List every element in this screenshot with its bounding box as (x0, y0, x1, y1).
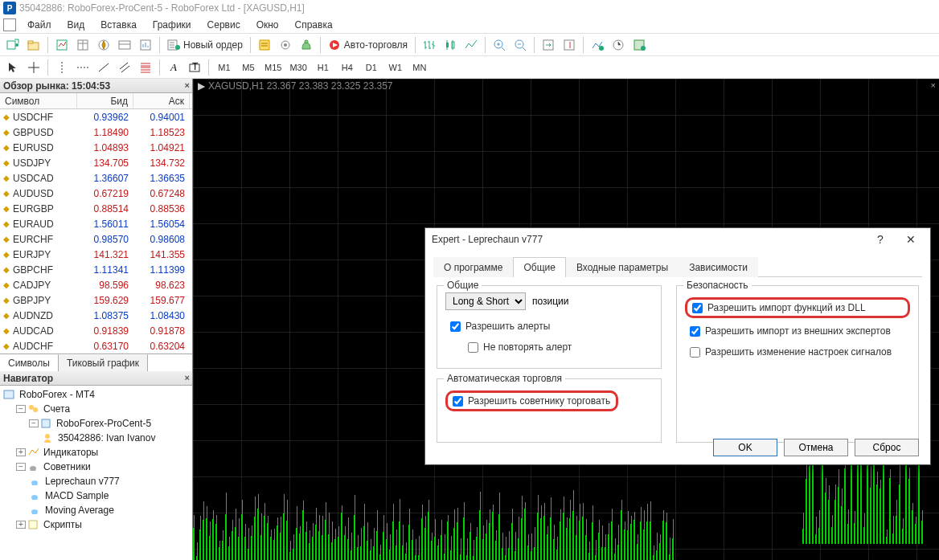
indicators-list-button[interactable] (588, 36, 607, 54)
timeframe-mn[interactable]: MN (408, 59, 431, 76)
zoom-in-button[interactable] (490, 36, 509, 54)
reset-button[interactable]: Сброс (855, 439, 919, 456)
templates-button[interactable] (629, 36, 649, 54)
tab-about[interactable]: О программе (433, 257, 513, 277)
market-watch-row[interactable]: ◆CADJPY98.59698.623 (0, 277, 192, 292)
bar-chart-button[interactable] (420, 36, 439, 54)
cancel-button[interactable]: Отмена (784, 439, 848, 456)
auto-scroll-button[interactable] (539, 36, 558, 54)
dialog-help-icon[interactable]: ? (867, 233, 893, 246)
market-watch-row[interactable]: ◆EURJPY141.321141.355 (0, 247, 192, 262)
periodicity-button[interactable] (609, 36, 628, 54)
menu-file[interactable]: Файл (19, 18, 59, 32)
tab-dependencies[interactable]: Зависимости (679, 257, 758, 277)
market-watch-row[interactable]: ◆USDCAD1.366071.36635 (0, 170, 192, 186)
market-watch-row[interactable]: ◆EURUSD1.048931.04921 (0, 140, 192, 155)
text-label-button[interactable]: T (185, 59, 204, 76)
mw-col-symbol[interactable]: Символ (0, 93, 77, 108)
vertical-line-button[interactable] (52, 59, 72, 76)
tab-inputs[interactable]: Входные параметры (566, 257, 679, 277)
zoom-out-button[interactable] (511, 36, 530, 54)
menu-view[interactable]: Вид (59, 18, 93, 32)
no-repeat-alert-checkbox[interactable]: Не повторять алерт (463, 339, 653, 355)
tab-symbols[interactable]: Символы (0, 354, 59, 371)
mw-col-bid[interactable]: Бид (77, 93, 133, 108)
horizontal-line-button[interactable] (73, 59, 92, 76)
dialog-close-icon[interactable]: ✕ (898, 233, 924, 246)
allow-alerts-checkbox[interactable]: Разрешить алерты (445, 318, 653, 334)
timeframe-w1[interactable]: W1 (384, 59, 407, 76)
allow-dll-import-checkbox[interactable]: Разрешить импорт функций из DLL (685, 297, 910, 318)
market-watch-close-icon[interactable]: × (185, 80, 190, 90)
timeframe-m15[interactable]: M15 (261, 59, 285, 76)
market-watch-row[interactable]: ◆GBPCHF1.113411.11399 (0, 262, 192, 277)
nav-ea-leprechaun[interactable]: Leprechaun v777 (3, 474, 189, 488)
ok-button[interactable]: OK (713, 439, 777, 456)
strategy-tester-button[interactable] (136, 36, 155, 54)
nav-experts[interactable]: −Советники (3, 460, 189, 474)
profiles-button[interactable] (24, 36, 43, 54)
collapse-icon[interactable]: − (29, 419, 39, 427)
positions-select[interactable]: Long & Short (445, 292, 526, 310)
text-button[interactable]: A (164, 59, 183, 76)
collapse-icon[interactable]: − (16, 405, 26, 413)
menu-help[interactable]: Справка (287, 18, 341, 32)
market-watch-row[interactable]: ◆EURCHF0.985700.98608 (0, 231, 192, 247)
timeframe-h4[interactable]: H4 (336, 59, 359, 76)
timeframe-m5[interactable]: M5 (237, 59, 260, 76)
collapse-icon[interactable]: − (16, 463, 26, 471)
market-watch-row[interactable]: ◆GBPJPY159.629159.677 (0, 292, 192, 308)
market-watch-row[interactable]: ◆AUDUSD0.672190.67248 (0, 186, 192, 201)
nav-ea-ma[interactable]: Moving Average (3, 503, 189, 517)
menu-insert[interactable]: Вставка (92, 18, 145, 32)
autotrading-button[interactable]: Авто-торговля (325, 36, 411, 54)
mw-col-ask[interactable]: Аск (133, 93, 190, 108)
market-watch-row[interactable]: ◆USDJPY134.705134.732 (0, 155, 192, 170)
nav-ea-macd[interactable]: MACD Sample (3, 488, 189, 503)
terminal-button[interactable] (115, 36, 134, 54)
timeframe-h1[interactable]: H1 (312, 59, 334, 76)
chart-shift-button[interactable] (560, 36, 579, 54)
navigator-close-icon[interactable]: × (185, 373, 190, 382)
nav-indicators[interactable]: +Индикаторы (3, 445, 189, 460)
tab-tick-chart[interactable]: Тиковый график (59, 354, 148, 371)
expert-advisors-button[interactable] (297, 36, 316, 54)
market-watch-button[interactable] (52, 36, 72, 54)
fibonacci-button[interactable] (136, 59, 155, 76)
chart-close-icon[interactable]: × (931, 80, 936, 90)
line-chart-button[interactable] (461, 36, 481, 54)
timeframe-d1[interactable]: D1 (360, 59, 383, 76)
allow-ea-trading-checkbox[interactable]: Разрешить советнику торговать (445, 390, 618, 411)
market-watch-row[interactable]: ◆EURAUD1.560111.56054 (0, 216, 192, 231)
expand-icon[interactable]: + (16, 521, 26, 529)
allow-signal-settings-checkbox[interactable]: Разрешить изменение настроек сигналов (685, 344, 910, 360)
market-watch-row[interactable]: ◆USDCHF0.939620.94001 (0, 109, 192, 125)
market-watch-row[interactable]: ◆AUDCHF0.631700.63204 (0, 338, 192, 354)
market-watch-row[interactable]: ◆AUDNZD1.083751.08430 (0, 308, 192, 323)
nav-server[interactable]: −RoboForex-ProCent-5 (3, 416, 189, 431)
timeframe-m30[interactable]: M30 (286, 59, 310, 76)
channel-button[interactable] (115, 59, 134, 76)
window-system-icon[interactable] (3, 18, 16, 31)
nav-accounts[interactable]: −Счета (3, 402, 189, 416)
market-watch-row[interactable]: ◆AUDCAD0.918390.91878 (0, 323, 192, 338)
crosshair-button[interactable] (24, 59, 43, 76)
nav-root[interactable]: RoboForex - MT4 (3, 387, 189, 402)
expand-icon[interactable]: + (16, 448, 26, 456)
new-chart-button[interactable] (3, 36, 23, 54)
menu-window[interactable]: Окно (248, 18, 287, 32)
new-order-button[interactable]: Новый ордер (164, 36, 246, 54)
market-watch-row[interactable]: ◆GBPUSD1.184901.18523 (0, 125, 192, 140)
allow-external-experts-checkbox[interactable]: Разрешить импорт из внешних экспертов (685, 323, 910, 339)
nav-scripts[interactable]: +Скрипты (3, 517, 189, 532)
options-button[interactable] (276, 36, 295, 54)
menu-tools[interactable]: Сервис (199, 18, 248, 32)
timeframe-m1[interactable]: M1 (213, 59, 236, 76)
cursor-button[interactable] (3, 59, 23, 76)
nav-account[interactable]: 35042886: Ivan Ivanov (3, 431, 189, 445)
menu-charts[interactable]: Графики (145, 18, 199, 32)
trendline-button[interactable] (94, 59, 113, 76)
candlestick-button[interactable] (441, 36, 460, 54)
navigator-button[interactable] (94, 36, 113, 54)
data-window-button[interactable] (73, 36, 92, 54)
